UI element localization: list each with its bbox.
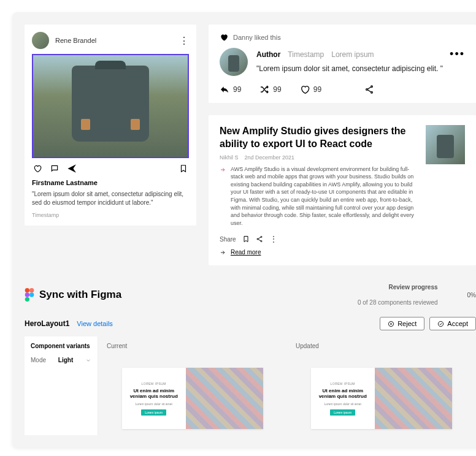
post-body: "Lorem ipsum dolor sit amet, consectetur… <box>32 190 189 207</box>
article-author: Nikhil S <box>220 154 239 161</box>
variants-panel: Component variants Mode Light <box>25 336 98 435</box>
heart-icon[interactable] <box>33 164 42 173</box>
share-icon[interactable] <box>256 235 263 243</box>
avatar[interactable] <box>220 48 248 76</box>
sync-section: Sync with Figma Review progress 0 of 28 … <box>25 284 476 435</box>
preview-image <box>186 368 264 429</box>
article-card: New Amplify Studio gives designers the a… <box>209 115 476 265</box>
reply-button[interactable]: 99 <box>220 85 241 94</box>
svg-point-1 <box>366 89 368 91</box>
send-icon[interactable] <box>67 164 76 173</box>
like-count: 99 <box>313 85 321 94</box>
arrow-right-icon <box>220 249 226 256</box>
variant-mode-row[interactable]: Mode Light <box>31 357 91 363</box>
preview-heading: Ut enim ad minim veniam quis nostrud <box>127 388 181 400</box>
preview-sub: Lorem ipsum dolor sit amet <box>316 402 370 406</box>
preview-eyebrow: LOREM IPSUM <box>127 382 181 386</box>
comment-icon[interactable] <box>50 164 59 173</box>
post-timestamp: Timestamp <box>32 212 189 218</box>
component-name: HeroLayout1 <box>25 319 69 328</box>
read-more-link[interactable]: Read more <box>220 249 465 256</box>
variants-title: Component variants <box>31 343 91 349</box>
post-name: Firstname Lastname <box>32 179 189 186</box>
share-label: Share <box>220 236 236 243</box>
figma-icon <box>25 288 34 302</box>
updated-label: Updated <box>296 343 467 349</box>
variant-mode-value: Light <box>58 357 73 363</box>
more-icon[interactable]: ⋮ <box>269 234 278 244</box>
liked-by-text: Danny liked this <box>233 34 281 41</box>
chevron-down-icon <box>85 357 91 363</box>
social-post-card: Rene Brandel ⋮ Firstname Lastname "Lorem… <box>25 25 196 226</box>
heart-icon <box>220 33 228 42</box>
reject-icon <box>388 321 394 327</box>
article-title: New Amplify Studio gives designers the a… <box>220 125 417 151</box>
comment-author: Author <box>256 50 280 59</box>
reply-count: 99 <box>233 85 241 94</box>
read-more-text: Read more <box>231 249 261 256</box>
svg-point-3 <box>261 237 262 238</box>
more-icon[interactable]: ••• <box>450 48 465 61</box>
preview-image <box>375 368 453 429</box>
post-author: Rene Brandel <box>55 37 96 44</box>
svg-point-7 <box>29 288 34 292</box>
svg-point-5 <box>261 241 262 242</box>
shuffle-count: 99 <box>273 85 281 94</box>
bookmark-icon[interactable] <box>179 164 188 173</box>
svg-point-10 <box>25 297 29 302</box>
arrow-right-icon <box>220 167 226 173</box>
comment-extra: Lorem ipsum <box>331 50 374 59</box>
svg-point-8 <box>25 293 29 297</box>
svg-point-4 <box>257 238 258 240</box>
preview-eyebrow: LOREM IPSUM <box>316 382 370 386</box>
post-image[interactable] <box>32 54 189 158</box>
svg-point-6 <box>25 288 29 292</box>
comment-timestamp: Timestamp <box>288 50 324 59</box>
comment-card: Danny liked this Author Timestamp Lorem … <box>209 25 476 103</box>
article-date: 2nd December 2021 <box>245 154 295 161</box>
article-thumbnail[interactable] <box>426 125 465 164</box>
review-count: 0 of 28 components reviewed <box>358 299 438 306</box>
current-preview: Current LOREM IPSUM Ut enim ad minim ven… <box>98 336 287 435</box>
reject-button[interactable]: Reject <box>380 317 424 330</box>
avatar[interactable] <box>32 32 49 49</box>
updated-preview: Updated LOREM IPSUM Ut enim ad minim ven… <box>287 336 476 435</box>
svg-point-2 <box>371 91 373 93</box>
sync-title: Sync with Figma <box>39 289 121 301</box>
accept-button[interactable]: Accept <box>429 317 476 330</box>
variant-mode-label: Mode <box>31 357 46 363</box>
view-details-link[interactable]: View details <box>77 320 113 327</box>
shuffle-icon <box>259 85 269 94</box>
shuffle-button[interactable]: 99 <box>259 85 281 94</box>
accept-icon <box>437 321 444 327</box>
review-percent: 0% <box>467 292 476 298</box>
review-progress-label: Review progress <box>358 284 438 291</box>
share-icon[interactable] <box>364 85 374 94</box>
article-body: AWS Amplify Studio is a visual developme… <box>231 165 417 227</box>
like-button[interactable]: 99 <box>300 85 321 94</box>
reject-label: Reject <box>397 320 416 327</box>
preview-heading: Ut enim ad minim veniam quis nostrud <box>316 388 370 400</box>
current-label: Current <box>107 343 278 349</box>
svg-point-0 <box>371 86 373 88</box>
preview-cta: Lorem ipsum <box>330 409 355 416</box>
svg-point-9 <box>29 293 34 297</box>
heart-icon <box>300 85 310 94</box>
svg-point-12 <box>439 321 443 326</box>
more-icon[interactable]: ⋮ <box>179 35 189 47</box>
bookmark-icon[interactable] <box>242 235 250 243</box>
accept-label: Accept <box>447 320 468 327</box>
preview-cta: Lorem ipsum <box>141 409 166 416</box>
comment-text: "Lorem ipsum dolor sit amet, consectetur… <box>256 64 465 73</box>
reply-icon <box>220 85 229 94</box>
preview-sub: Lorem ipsum dolor sit amet <box>127 402 181 406</box>
